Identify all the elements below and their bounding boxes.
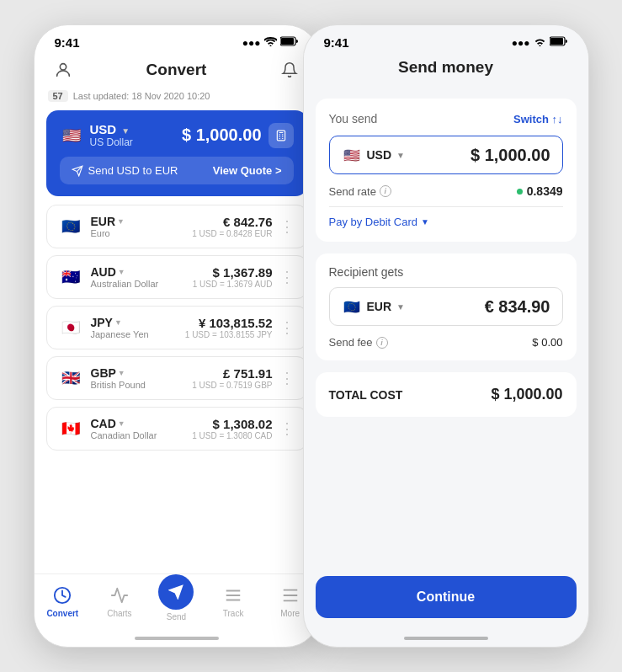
recipient-amount-value: € 834.90	[413, 297, 550, 317]
total-cost-value: $ 1,000.00	[491, 386, 562, 403]
rate-green-dot	[517, 189, 523, 195]
currency-list: 🇪🇺 EUR ▼ Euro € 842.76 1 USD = 0.8428 EU…	[46, 205, 307, 451]
nav-track[interactable]: Track	[210, 584, 256, 618]
rate-label: Send rate i	[329, 185, 391, 198]
last-updated-bar: 57 Last updated: 18 Nov 2020 10:20	[46, 90, 307, 102]
nav-send[interactable]: Send	[153, 581, 199, 621]
cad-code: CAD ▼	[91, 417, 157, 430]
eur-code: EUR ▼	[91, 215, 125, 228]
cad-menu[interactable]: ⋮	[273, 419, 295, 438]
gbp-code: GBP ▼	[91, 366, 146, 380]
send-money-title: Send money	[398, 58, 493, 77]
send-label: Send USD to EUR	[88, 164, 178, 177]
convert-screen-content: 57 Last updated: 18 Nov 2020 10:20 🇺🇸 US…	[35, 90, 319, 573]
you-send-card: You send Switch ↑↓ 🇺🇸 USD ▼ $ 1,000.00	[316, 99, 577, 242]
charts-nav-label: Charts	[107, 609, 131, 618]
track-nav-label: Track	[223, 609, 244, 618]
total-cost-bar: TOTAL COST $ 1,000.00	[316, 372, 577, 417]
send-nav-icon	[158, 574, 194, 610]
time-1: 9:41	[55, 35, 80, 50]
aud-item[interactable]: 🇦🇺 AUD ▼ Australian Dollar $ 1,367.89 1 …	[46, 255, 307, 299]
header-title-1: Convert	[146, 61, 207, 79]
aud-menu[interactable]: ⋮	[273, 268, 295, 286]
gbp-menu[interactable]: ⋮	[273, 369, 295, 387]
usd-name: US Dollar	[90, 136, 133, 148]
recipient-card: Recipient gets 🇪🇺 EUR ▼ € 834.90 Send fe…	[316, 253, 577, 360]
more-nav-label: More	[280, 609, 300, 618]
calculator-icon[interactable]	[268, 123, 294, 148]
switch-button[interactable]: Switch ↑↓	[513, 113, 563, 125]
send-rate-row: Send rate i 0.8349	[329, 184, 563, 198]
rate-value: 0.8349	[517, 184, 563, 198]
svg-rect-23	[550, 38, 563, 45]
wifi-icon-2	[534, 37, 546, 49]
send-currency-select[interactable]: 🇺🇸 USD ▼	[342, 145, 405, 165]
battery-icon	[280, 36, 299, 49]
signal-icon: ●●●	[242, 37, 261, 49]
currency-dropdown-arrow: ▼	[396, 151, 405, 160]
bottom-nav-1: Convert Charts Send Track	[35, 573, 319, 630]
pay-method-selector[interactable]: Pay by Debit Card ▼	[329, 216, 563, 228]
gbp-item[interactable]: 🇬🇧 GBP ▼ British Pound £ 751.91 1 USD = …	[46, 356, 307, 400]
recipient-amount-row[interactable]: 🇪🇺 EUR ▼ € 834.90	[329, 287, 563, 326]
send-nav-label: Send	[167, 612, 186, 621]
wifi-icon	[264, 37, 277, 49]
send-screen-content: You send Switch ↑↓ 🇺🇸 USD ▼ $ 1,000.00	[304, 87, 588, 576]
status-icons-2: ●●●	[512, 36, 568, 49]
usd-code: USD ▼	[90, 122, 133, 136]
jpy-menu[interactable]: ⋮	[273, 318, 295, 337]
nav-charts[interactable]: Charts	[97, 584, 142, 618]
total-cost-label: TOTAL COST	[329, 388, 403, 402]
you-send-label: You send	[329, 112, 378, 125]
home-indicator-2	[304, 630, 588, 647]
bell-icon[interactable]	[278, 58, 301, 82]
more-nav-icon	[279, 584, 301, 606]
svg-marker-15	[170, 586, 183, 599]
send-currency-code: USD	[367, 148, 392, 162]
charts-nav-icon	[109, 584, 130, 606]
time-2: 9:41	[324, 35, 349, 50]
profile-icon[interactable]	[51, 58, 75, 82]
nav-convert[interactable]: Convert	[40, 584, 85, 618]
svg-rect-1	[281, 38, 294, 45]
phone-convert: 9:41 ●●● Convert	[34, 24, 320, 648]
eur-menu[interactable]: ⋮	[273, 217, 295, 236]
main-currency-row: 🇺🇸 USD ▼ US Dollar	[60, 122, 133, 148]
send-amount-input-row[interactable]: 🇺🇸 USD ▼ $ 1,000.00	[329, 136, 563, 174]
recipient-currency-select[interactable]: 🇪🇺 EUR ▼	[342, 296, 405, 317]
fee-label: Send fee i	[329, 336, 388, 349]
aud-code: AUD ▼	[91, 265, 159, 279]
rate-info-icon[interactable]: i	[380, 185, 391, 197]
convert-nav-icon	[51, 584, 73, 606]
eur-item[interactable]: 🇪🇺 EUR ▼ Euro € 842.76 1 USD = 0.8428 EU…	[46, 205, 307, 248]
fee-value: $ 0.00	[532, 336, 562, 349]
recipient-currency-code: EUR	[367, 300, 392, 313]
usd-flag: 🇺🇸	[60, 124, 83, 147]
recipient-label: Recipient gets	[329, 265, 563, 279]
send-usd-bar[interactable]: Send USD to EUR View Quote >	[60, 157, 294, 184]
view-quote[interactable]: View Quote >	[213, 164, 282, 177]
convert-nav-label: Convert	[46, 609, 78, 618]
update-badge: 57	[48, 90, 68, 102]
continue-button[interactable]: Continue	[316, 576, 577, 618]
cad-item[interactable]: 🇨🇦 CAD ▼ Canadian Dollar $ 1,308.02 1 US…	[46, 407, 307, 451]
jpy-item[interactable]: 🇯🇵 JPY ▼ Japanese Yen ¥ 103,815.52 1 USD…	[46, 306, 307, 349]
svg-point-2	[60, 64, 66, 70]
jpy-code: JPY ▼	[91, 316, 149, 329]
status-icons-1: ●●●	[242, 36, 299, 49]
home-indicator-1	[35, 630, 319, 647]
phone-send-money: 9:41 ●●● Send money You send	[303, 24, 589, 648]
track-nav-icon	[222, 584, 244, 606]
update-text: Last updated: 18 Nov 2020 10:20	[73, 91, 210, 101]
fee-info-icon[interactable]: i	[376, 337, 388, 349]
signal-icon-2: ●●●	[512, 37, 530, 49]
main-currency-card[interactable]: 🇺🇸 USD ▼ US Dollar $ 1,000.00	[46, 110, 307, 196]
send-amount-value[interactable]: $ 1,000.00	[413, 146, 550, 165]
send-money-header: Send money	[304, 53, 588, 87]
battery-icon-2	[550, 36, 568, 49]
status-bar-2: 9:41 ●●●	[304, 25, 588, 53]
recipient-currency-arrow: ▼	[396, 302, 405, 312]
usd-amount: $ 1,000.00	[182, 125, 262, 145]
fee-row: Send fee i $ 0.00	[329, 336, 563, 349]
app-header-1: Convert	[35, 53, 319, 90]
